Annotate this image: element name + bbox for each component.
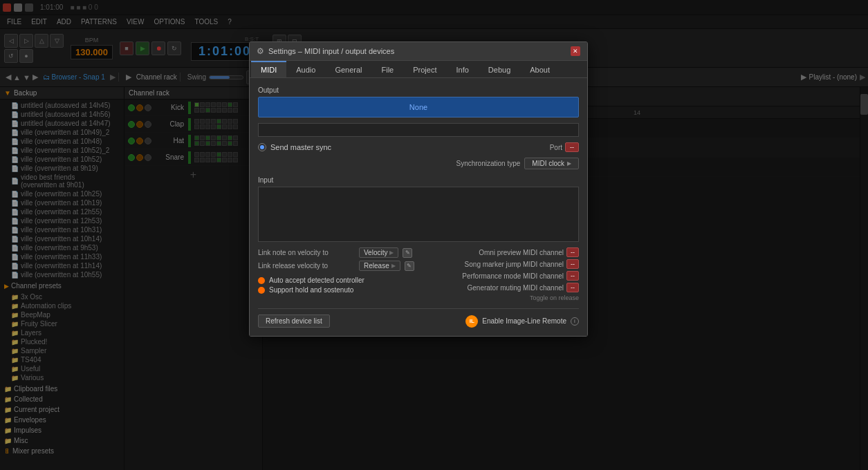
auto-accept-label: Auto accept detected controller (269, 276, 364, 284)
generator-muting-btn[interactable]: -- (566, 283, 579, 292)
modal-body: Output None Send master sync Port -- Syn… (250, 78, 587, 336)
link-release-velocity-row: Link release velocity to Release ▶ ✎ (258, 261, 435, 271)
settings-modal: ⚙ Settings – MIDI input / output devices… (249, 41, 588, 337)
tab-debug[interactable]: Debug (479, 61, 520, 77)
tab-info[interactable]: Info (447, 61, 479, 77)
port-label: Port (550, 144, 562, 151)
sync-left: Send master sync (258, 143, 331, 151)
vel-right: Omni preview MIDI channel -- Song marker… (441, 247, 579, 301)
generator-muting-row: Generator muting MIDI channel -- (441, 283, 579, 292)
support-hold-row: Support hold and sostenuto (258, 286, 435, 294)
performance-btn[interactable]: -- (566, 271, 579, 281)
modal-titlebar: ⚙ Settings – MIDI input / output devices… (250, 42, 587, 61)
toggle-on-release-label: Toggle on release (441, 294, 579, 301)
support-hold-label: Support hold and sostenuto (269, 286, 353, 294)
sync-type-dropdown[interactable]: MIDI clock ▶ (524, 158, 579, 169)
modal-title: ⚙ Settings – MIDI input / output devices (257, 46, 394, 56)
tab-general[interactable]: General (325, 61, 371, 77)
modal-bottom-row: Refresh device list IL Enable Image-Line… (258, 308, 579, 328)
link-release-edit-btn[interactable]: ✎ (405, 261, 414, 271)
input-device-area (258, 187, 579, 242)
send-master-sync-radio[interactable] (258, 143, 266, 151)
auto-accept-radio[interactable] (258, 277, 265, 284)
sync-type-row: Synchronization type MIDI clock ▶ (258, 158, 579, 169)
vel-note-arrow-icon: ▶ (389, 250, 394, 256)
link-release-label: Link release velocity to (258, 262, 355, 270)
tab-about[interactable]: About (520, 61, 560, 77)
performance-label: Performance mode MIDI channel (462, 272, 564, 280)
auto-accept-row: Auto accept detected controller (258, 276, 435, 284)
refresh-device-list-button[interactable]: Refresh device list (258, 314, 330, 328)
input-label: Input (258, 176, 579, 184)
link-note-velocity-row: Link note on velocity to Velocity ▶ ✎ (258, 247, 435, 258)
vel-left: Link note on velocity to Velocity ▶ ✎ Li… (258, 247, 435, 301)
enable-remote-label: Enable Image-Line Remote (482, 317, 566, 325)
performance-row: Performance mode MIDI channel -- (441, 271, 579, 281)
link-note-label: Link note on velocity to (258, 249, 355, 256)
omni-preview-btn[interactable]: -- (566, 247, 579, 257)
output-label: Output (258, 86, 579, 94)
sync-row: Send master sync Port -- (258, 142, 579, 152)
tab-file[interactable]: File (372, 61, 404, 77)
modal-overlay: ⚙ Settings – MIDI input / output devices… (0, 0, 868, 470)
modal-close-button[interactable]: ✕ (571, 46, 580, 56)
link-release-dropdown[interactable]: Release ▶ (359, 261, 400, 271)
omni-preview-row: Omni preview MIDI channel -- (441, 247, 579, 257)
auto-detect-section: Auto accept detected controller Support … (258, 276, 435, 294)
song-marker-btn[interactable]: -- (566, 259, 579, 269)
port-button[interactable]: -- (565, 142, 579, 152)
support-hold-radio[interactable] (258, 287, 265, 294)
modal-tabs: MIDI Audio General File Project Info Deb… (250, 61, 587, 78)
send-master-sync-label: Send master sync (270, 143, 331, 151)
chevron-right-icon: ▶ (567, 160, 571, 167)
link-note-dropdown[interactable]: Velocity ▶ (359, 247, 398, 258)
settings-gear-icon: ⚙ (257, 46, 264, 56)
info-icon[interactable]: i (571, 317, 579, 326)
song-marker-row: Song marker jump MIDI channel -- (441, 259, 579, 269)
generator-muting-label: Generator muting MIDI channel (467, 284, 564, 292)
tab-project[interactable]: Project (403, 61, 446, 77)
tab-midi[interactable]: MIDI (251, 61, 286, 77)
imageline-logo: IL (465, 315, 478, 328)
tab-audio[interactable]: Audio (286, 61, 325, 77)
output-empty-area (258, 123, 579, 137)
link-note-edit-btn[interactable]: ✎ (403, 248, 412, 258)
song-marker-label: Song marker jump MIDI channel (465, 261, 564, 268)
velocity-options-layout: Link note on velocity to Velocity ▶ ✎ Li… (258, 247, 579, 301)
omni-preview-label: Omni preview MIDI channel (479, 249, 564, 256)
enable-remote-area: IL Enable Image-Line Remote i (465, 315, 579, 328)
port-area: Port -- (550, 142, 579, 152)
sync-type-label: Synchronization type (456, 160, 520, 167)
output-device-list[interactable]: None (258, 97, 579, 118)
vel-release-arrow-icon: ▶ (391, 263, 396, 269)
